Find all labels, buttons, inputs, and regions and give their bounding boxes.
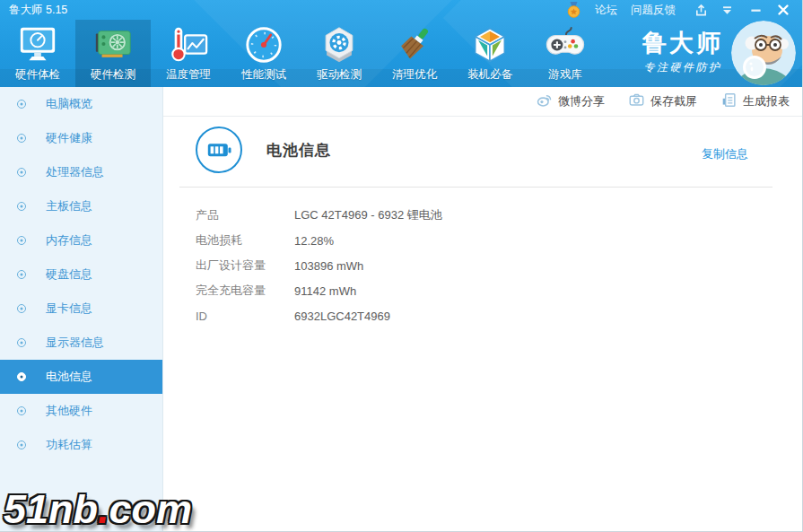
row-label: 出厂设计容量	[196, 257, 294, 274]
nav-label: 装机必备	[467, 67, 512, 83]
app-title: 鲁大师 5.15	[9, 3, 67, 18]
generate-report-button[interactable]: 生成报表	[721, 92, 790, 110]
table-row: 产品 LGC 42T4969 - 6932 锂电池	[196, 203, 802, 228]
nav-hardware-detect[interactable]: 硬件检测	[75, 20, 151, 87]
gpu-card-icon	[92, 22, 134, 67]
weibo-icon	[537, 92, 552, 110]
gamepad-icon	[545, 22, 586, 67]
save-screenshot-label: 保存截屏	[650, 93, 697, 109]
row-value: 12.28%	[294, 234, 334, 248]
nav-label: 硬件体检	[15, 67, 60, 83]
sidebar-item-disk[interactable]: 硬盘信息	[0, 257, 162, 292]
table-row: 电池损耗 12.28%	[196, 228, 802, 253]
watermark-text: com	[109, 486, 193, 532]
row-value: 6932LGC42T4969	[294, 310, 390, 323]
copy-info-link[interactable]: 复制信息	[702, 146, 748, 162]
sidebar-item-motherboard[interactable]: 主板信息	[0, 189, 162, 223]
feedback-link[interactable]: 问题反馈	[631, 3, 676, 18]
sidebar-item-cpu[interactable]: 处理器信息	[0, 155, 162, 189]
generate-report-label: 生成报表	[743, 93, 790, 109]
titlebar-controls: 论坛 问题反馈	[566, 2, 790, 18]
nav-label: 温度管理	[166, 67, 211, 83]
save-screenshot-button[interactable]: 保存截屏	[629, 92, 697, 110]
nav-label: 硬件检测	[91, 67, 135, 83]
row-label: 电池损耗	[196, 232, 294, 249]
radio-bullet-icon	[17, 406, 26, 415]
sidebar-item-other-hardware[interactable]: 其他硬件	[0, 394, 162, 428]
radio-bullet-icon	[17, 304, 26, 313]
app-window: 鲁大师 5.15 论坛 问题反馈	[0, 0, 803, 532]
brand-name: 鲁大师	[642, 31, 723, 57]
nav-essentials[interactable]: 装机必备	[452, 20, 528, 87]
radio-bullet-icon	[17, 372, 26, 381]
sidebar-item-gpu[interactable]: 显卡信息	[0, 292, 162, 326]
watermark-dot: .	[98, 486, 109, 532]
radio-bullet-icon	[17, 270, 26, 279]
forum-link[interactable]: 论坛	[595, 3, 617, 18]
titlebar: 鲁大师 5.15 论坛 问题反馈	[0, 0, 802, 20]
main-nav: 硬件体检 硬件检测 温度管理 性能测试	[0, 20, 603, 87]
row-value: 91142 mWh	[294, 284, 356, 298]
battery-icon	[196, 126, 242, 173]
watermark-text: 51nb	[4, 486, 98, 532]
table-row: 完全充电容量 91142 mWh	[196, 278, 802, 303]
51nb-watermark: 51nb.com	[4, 486, 192, 532]
menu-chevron-icon[interactable]	[721, 4, 733, 16]
brand-area: 鲁大师 专注硬件防护	[642, 21, 796, 85]
sidebar-item-memory[interactable]: 内存信息	[0, 223, 162, 257]
minimize-button[interactable]	[750, 4, 762, 16]
brand-text: 鲁大师 专注硬件防护	[642, 31, 723, 76]
nav-label: 性能测试	[241, 67, 286, 83]
weibo-share-button[interactable]: 微博分享	[537, 92, 605, 110]
driver-gear-icon	[319, 22, 360, 67]
row-label: 完全充电容量	[196, 283, 294, 299]
radio-bullet-icon	[17, 236, 26, 245]
sidebar-item-battery[interactable]: 电池信息	[0, 360, 162, 394]
app-body: 电脑概览 硬件健康 处理器信息 主板信息 内存信息 硬盘信息 显卡信息 显示器信…	[0, 87, 802, 532]
nav-label: 驱动检测	[317, 67, 362, 83]
sidebar-item-power-estimate[interactable]: 功耗估算	[0, 428, 162, 462]
close-button[interactable]	[777, 4, 790, 16]
nav-hardware-checkup[interactable]: 硬件体检	[0, 20, 75, 87]
row-label: ID	[196, 310, 294, 323]
brand-slogan: 专注硬件防护	[642, 60, 723, 75]
monitor-gauge-icon	[17, 22, 58, 67]
medal-icon[interactable]	[566, 2, 581, 18]
sidebar-item-health[interactable]: 硬件健康	[0, 121, 162, 155]
battery-info-table: 产品 LGC 42T4969 - 6932 锂电池 电池损耗 12.28% 出厂…	[196, 203, 802, 328]
row-value: LGC 42T4969 - 6932 锂电池	[294, 207, 442, 223]
nav-driver[interactable]: 驱动检测	[301, 20, 377, 87]
broom-icon	[394, 22, 435, 67]
secondary-toolbar: 微博分享 保存截屏 生成报表	[163, 87, 802, 117]
radio-bullet-icon	[17, 440, 26, 449]
radio-bullet-icon	[17, 168, 26, 177]
nav-games[interactable]: 游戏库	[528, 20, 603, 87]
sidebar-item-display[interactable]: 显示器信息	[0, 326, 162, 360]
update-icon[interactable]	[694, 4, 708, 17]
battery-info-panel: 电池信息 复制信息 产品 LGC 42T4969 - 6932 锂电池 电池损耗…	[163, 117, 802, 532]
nav-label: 清理优化	[392, 67, 437, 83]
report-icon	[721, 92, 737, 110]
row-value: 103896 mWh	[294, 259, 363, 273]
sidebar: 电脑概览 硬件健康 处理器信息 主板信息 内存信息 硬盘信息 显卡信息 显示器信…	[0, 87, 163, 532]
radio-bullet-icon	[17, 100, 26, 109]
nav-benchmark[interactable]: 性能测试	[226, 20, 301, 87]
panel-title: 电池信息	[266, 140, 331, 161]
row-label: 产品	[196, 207, 294, 223]
thermometer-chart-icon	[168, 22, 209, 67]
main-panel: 微博分享 保存截屏 生成报表 电池信息 复制信息	[163, 87, 802, 532]
speedometer-icon	[243, 22, 284, 67]
radio-bullet-icon	[17, 134, 26, 143]
table-row: ID 6932LGC42T4969	[196, 303, 802, 328]
camera-icon	[629, 92, 644, 110]
radio-bullet-icon	[17, 202, 26, 211]
mascot-avatar	[731, 21, 796, 85]
nav-label: 游戏库	[548, 67, 582, 83]
nav-temperature[interactable]: 温度管理	[151, 20, 226, 87]
radio-bullet-icon	[17, 338, 26, 347]
nav-cleanup[interactable]: 清理优化	[377, 20, 452, 87]
sidebar-item-overview[interactable]: 电脑概览	[0, 87, 162, 121]
table-row: 出厂设计容量 103896 mWh	[196, 253, 802, 278]
header-banner: 鲁大师 5.15 论坛 问题反馈	[0, 0, 802, 87]
header-divider	[179, 187, 772, 188]
